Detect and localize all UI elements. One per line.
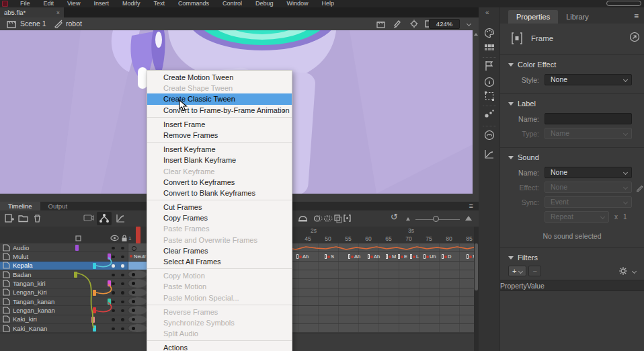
properties-panel-menu-icon[interactable]: ≡ bbox=[634, 11, 639, 21]
new-folder-icon[interactable] bbox=[18, 213, 28, 223]
color-style-select[interactable]: None bbox=[545, 74, 632, 85]
edit-multiple-frames-icon[interactable] bbox=[298, 213, 308, 223]
frame-picker-graph-icon[interactable] bbox=[484, 149, 495, 159]
context-menu-item[interactable]: Insert Frame bbox=[147, 119, 292, 130]
repeat-count-value[interactable]: 1 bbox=[623, 213, 627, 221]
close-icon[interactable]: × bbox=[56, 9, 60, 16]
swatches-icon[interactable] bbox=[484, 43, 495, 54]
menu-bar-item[interactable]: Control bbox=[216, 0, 249, 7]
context-menu-item[interactable]: Paste Motion Special... bbox=[147, 292, 292, 303]
layer-first-frame[interactable] bbox=[128, 306, 147, 314]
layer-lock-dot[interactable] bbox=[121, 282, 124, 286]
layer-visibility-dot[interactable] bbox=[112, 264, 115, 268]
particles-icon[interactable] bbox=[484, 108, 495, 119]
lock-column-icon[interactable] bbox=[121, 235, 128, 242]
mouth-keyframe[interactable]: M bbox=[386, 253, 396, 260]
mouth-keyframe[interactable]: D bbox=[442, 253, 451, 260]
layer-first-frame[interactable] bbox=[128, 262, 147, 270]
layer-first-frame[interactable] bbox=[128, 243, 147, 251]
context-menu-item[interactable]: Paste and Overwrite Frames bbox=[147, 235, 292, 245]
timeline-zoom-slider-knob[interactable] bbox=[433, 216, 439, 222]
context-menu-item[interactable]: Split Audio bbox=[147, 328, 292, 339]
context-menu-item[interactable]: Convert to Keyframes bbox=[147, 177, 292, 188]
layer-row[interactable]: Kaki_Kanan bbox=[0, 324, 147, 333]
timeline-tab[interactable]: Timeline bbox=[0, 202, 40, 210]
timeline-zoom-in-icon[interactable] bbox=[465, 216, 472, 221]
graph-editor-icon[interactable] bbox=[116, 213, 126, 223]
layer-first-frame[interactable] bbox=[128, 297, 147, 305]
help-link-icon[interactable] bbox=[629, 32, 640, 42]
layer-lock-dot[interactable] bbox=[121, 291, 124, 295]
context-menu-item[interactable]: Insert Keyframe bbox=[147, 144, 292, 155]
center-frame-icon[interactable] bbox=[409, 20, 419, 28]
menu-bar-item[interactable]: Window bbox=[280, 0, 315, 7]
stage-scrollbar[interactable] bbox=[473, 30, 479, 194]
scroll-up-icon[interactable] bbox=[474, 33, 478, 36]
mouth-keyframe[interactable]: Ah bbox=[368, 253, 380, 260]
layer-visibility-dot[interactable] bbox=[112, 274, 115, 277]
filter-options-gear-icon[interactable] bbox=[618, 266, 628, 276]
layer-parent-chip[interactable] bbox=[108, 254, 111, 260]
context-menu-item[interactable]: Convert to Frame-by-Frame Animation › bbox=[147, 105, 292, 116]
context-menu-item[interactable]: Clear Keyframe bbox=[147, 166, 292, 177]
mouth-keyframe[interactable]: S bbox=[325, 253, 334, 260]
layer-row[interactable]: Kaki_kiri bbox=[0, 315, 147, 324]
menu-bar-item[interactable]: Commands bbox=[171, 0, 216, 7]
onion-skin-outlines-icon[interactable] bbox=[323, 213, 333, 223]
edit-symbols-icon[interactable] bbox=[393, 20, 402, 28]
filters-section-header[interactable]: Filters bbox=[500, 251, 644, 264]
layer-row[interactable]: Kepala bbox=[0, 262, 147, 270]
context-menu-item[interactable]: Clear Frames bbox=[147, 245, 292, 256]
mouth-keyframe[interactable]: L bbox=[410, 253, 419, 260]
layer-first-frame[interactable] bbox=[128, 270, 147, 278]
show-parenting-view-button[interactable] bbox=[97, 212, 112, 225]
layer-row[interactable]: Lengan_kanan bbox=[0, 306, 147, 315]
paste-in-place-icon[interactable] bbox=[333, 213, 342, 223]
menu-bar-item[interactable]: Help bbox=[315, 0, 341, 7]
layer-parent-chip[interactable] bbox=[74, 272, 77, 278]
edit-scene-icon[interactable] bbox=[376, 20, 386, 28]
menu-bar-item[interactable]: File bbox=[13, 0, 37, 7]
mouth-keyframe[interactable]: Uh bbox=[424, 253, 436, 260]
context-menu-item[interactable]: Reverse Frames bbox=[147, 307, 292, 317]
menu-bar-item[interactable]: Text bbox=[147, 0, 171, 7]
document-tab[interactable]: ab5.fla* × bbox=[0, 7, 64, 17]
menu-bar-item[interactable]: Modify bbox=[116, 0, 147, 7]
layer-row[interactable]: Badan bbox=[0, 270, 147, 279]
layer-parent-chip[interactable] bbox=[75, 245, 79, 251]
layer-visibility-dot[interactable] bbox=[112, 291, 115, 295]
layer-visibility-dot[interactable] bbox=[112, 318, 115, 321]
onion-skin-icon[interactable] bbox=[313, 213, 323, 223]
zoom-chevron-icon[interactable] bbox=[467, 22, 471, 26]
color-palette-icon[interactable] bbox=[484, 28, 495, 38]
layer-parent-chip[interactable] bbox=[108, 299, 111, 305]
layer-row[interactable]: Audio bbox=[0, 243, 147, 252]
delete-layer-icon[interactable] bbox=[32, 213, 42, 223]
layer-lock-dot[interactable] bbox=[121, 247, 124, 250]
menu-bar-item[interactable]: View bbox=[61, 0, 87, 7]
menu-bar-item[interactable]: Edit bbox=[37, 0, 61, 7]
layer-row[interactable]: Tangan_kiri bbox=[0, 279, 147, 288]
layer-first-frame[interactable]: Neutr bbox=[128, 252, 147, 260]
layer-visibility-dot[interactable] bbox=[112, 282, 115, 286]
mouth-keyframe[interactable]: E bbox=[398, 253, 407, 260]
creative-cloud-icon[interactable] bbox=[484, 130, 495, 141]
layer-lock-dot[interactable] bbox=[121, 274, 124, 277]
context-menu-item[interactable]: Create Classic Tween bbox=[147, 93, 292, 104]
context-menu-item[interactable]: Paste Motion bbox=[147, 281, 292, 292]
breadcrumb-scene[interactable]: Scene 1 bbox=[20, 17, 46, 30]
camera-icon[interactable] bbox=[83, 213, 94, 223]
new-layer-icon[interactable] bbox=[4, 213, 14, 223]
visibility-column-eye-icon[interactable] bbox=[110, 235, 119, 241]
layer-parent-chip[interactable] bbox=[108, 280, 111, 286]
context-menu-item[interactable]: Convert to Blank Keyframes bbox=[147, 188, 292, 198]
layer-lock-dot[interactable] bbox=[121, 318, 124, 321]
sound-name-select[interactable]: None bbox=[545, 167, 632, 178]
layer-parent-chip[interactable] bbox=[93, 263, 96, 269]
properties-tab[interactable]: Library bbox=[558, 10, 597, 24]
context-menu-item[interactable]: Insert Blank Keyframe bbox=[147, 155, 292, 165]
zoom-level-select[interactable]: 424% bbox=[429, 19, 460, 29]
context-menu-item[interactable]: Synchronize Symbols bbox=[147, 317, 292, 328]
context-menu-item[interactable]: Select All Frames bbox=[147, 256, 292, 267]
layer-visibility-dot[interactable] bbox=[112, 327, 115, 331]
